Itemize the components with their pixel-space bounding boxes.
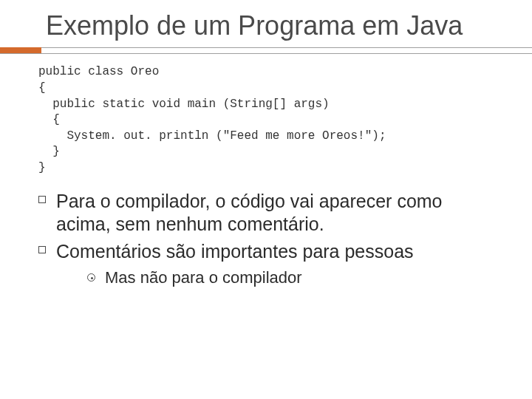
slide-title: Exemplo de um Programa em Java xyxy=(46,10,501,41)
sub-bullet-text: Mas não para o compilador xyxy=(105,268,302,287)
list-item: Comentários são importantes para pessoas… xyxy=(33,240,501,289)
code-block: public class Oreo { public static void m… xyxy=(38,64,501,176)
rule-line xyxy=(0,53,532,54)
bullet-list: Para o compilador, o código vai aparecer… xyxy=(33,190,501,289)
bullet-text: Para o compilador, o código vai aparecer… xyxy=(56,191,443,234)
rule-line xyxy=(0,47,532,48)
slide: Exemplo de um Programa em Java public cl… xyxy=(0,0,532,399)
list-item: Mas não para o compilador xyxy=(86,267,501,289)
bullet-text: Comentários são importantes para pessoas xyxy=(56,241,414,262)
list-item: Para o compilador, o código vai aparecer… xyxy=(33,190,501,236)
title-rule xyxy=(0,45,532,55)
sub-bullet-list: Mas não para o compilador xyxy=(86,267,501,289)
